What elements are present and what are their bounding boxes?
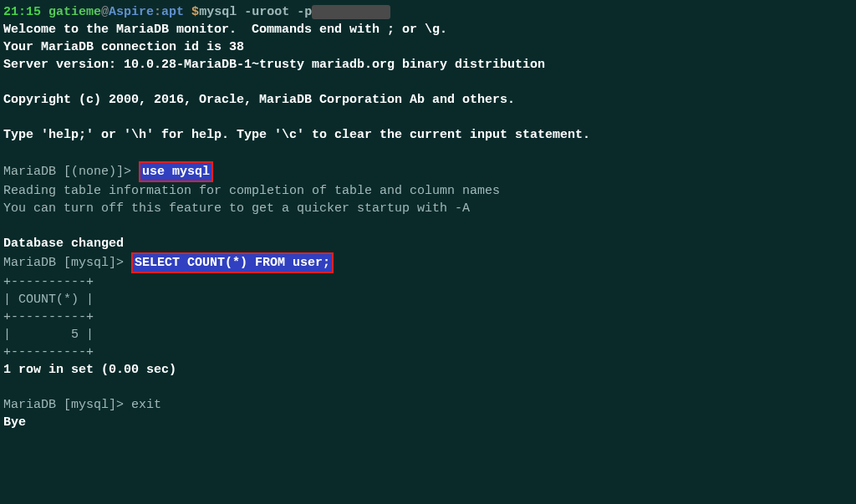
table-border-top: +----------+: [3, 275, 94, 289]
help-line: Type 'help;' or '\h' for help. Type '\c'…: [3, 128, 590, 142]
mariadb-prompt-mysql-1: MariaDB [mysql]>: [3, 256, 131, 270]
command-mysql: mysql -uroot -p: [199, 5, 312, 19]
highlighted-command-use-mysql: use mysql: [139, 161, 213, 182]
welcome-line-1: Welcome to the MariaDB monitor. Commands…: [3, 23, 447, 37]
mariadb-prompt-none: MariaDB [(none)]>: [3, 165, 139, 179]
table-row: | 5 |: [3, 328, 94, 342]
prompt-host: Aspire: [109, 5, 154, 19]
prompt-user: gatieme: [48, 5, 101, 19]
terminal-output: 21:15 gatieme@Aspire:apt $mysql -uroot -…: [3, 5, 590, 430]
result-summary: 1 row in set (0.00 sec): [3, 363, 176, 377]
table-border-bottom: +----------+: [3, 345, 94, 359]
table-header: | COUNT(*) |: [3, 293, 94, 307]
prompt-sep: :: [154, 5, 161, 19]
prompt-at: @: [101, 5, 109, 19]
prompt-dollar: $: [184, 5, 199, 19]
table-border-mid: +----------+: [3, 310, 94, 324]
reading-line-2: You can turn off this feature to get a q…: [3, 201, 470, 216]
command-exit: exit: [131, 398, 161, 412]
welcome-line-2: Your MariaDB connection id is 38: [3, 40, 244, 54]
prompt-path: apt: [161, 5, 184, 19]
copyright-line: Copyright (c) 2000, 2016, Oracle, MariaD…: [3, 93, 515, 107]
bye-line: Bye: [3, 415, 26, 430]
highlighted-command-select-count: SELECT COUNT(*) FROM user;: [131, 252, 334, 273]
password-redacted: [312, 5, 390, 19]
prompt-time: 21:15: [3, 5, 41, 19]
reading-line-1: Reading table information for completion…: [3, 184, 500, 198]
mariadb-prompt-mysql-2: MariaDB [mysql]>: [3, 398, 131, 412]
welcome-line-3: Server version: 10.0.28-MariaDB-1~trusty…: [3, 58, 545, 72]
database-changed: Database changed: [3, 237, 124, 251]
